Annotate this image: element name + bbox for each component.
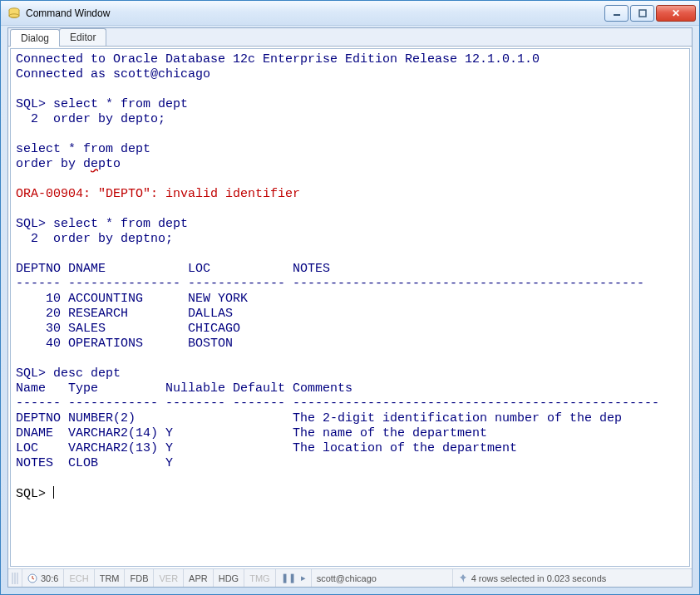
echo-1b-post: pto [98,157,121,171]
conn-line-2: Connected as scott@chicago [16,67,210,81]
sql-input-3: SQL> desc dept [16,366,121,381]
status-position: 30:6 [22,569,64,587]
pause-icon[interactable]: ❚❚ [281,573,296,583]
desc-row-1: DEPTNO NUMBER(2) The 2-digit identificat… [16,411,622,425]
svg-rect-2 [614,14,620,16]
echo-1a: select * from dept [16,142,150,156]
clock-icon [27,573,37,583]
nav-controls[interactable]: ❚❚ ▸ [276,569,312,587]
window-controls: ✕ [604,5,696,22]
sql-input-2b: 2 order by deptno; [16,232,173,246]
sql-console[interactable]: Connected to Oracle Database 12c Enterpr… [10,48,690,567]
sql-input-2a: SQL> select * from dept [16,217,188,231]
app-window: Command Window ✕ Dialog Editor Connected… [0,0,700,595]
rows-label: 4 rows selected in 0.023 seconds [471,573,607,583]
desc-row-2: DNAME VARCHAR2(14) Y The name of the dep… [16,426,487,440]
cursor-position: 30:6 [41,573,58,583]
status-bar: 30:6 ECH TRM FDB VER APR HDG TMG ❚❚ ▸ sc… [8,568,692,587]
result-row-2: 20 RESEARCH DALLAS [16,307,293,321]
ind-ech[interactable]: ECH [64,569,94,587]
desc-row-4: NOTES CLOB Y [16,456,293,470]
text-cursor [53,486,54,499]
desc-row-3: LOC VARCHAR2(13) Y The location of the d… [16,441,517,455]
app-icon [7,7,21,20]
pin-icon [458,573,468,583]
conn-line-1: Connected to Oracle Database 12c Enterpr… [16,52,540,66]
result-row-3: 30 SALES CHICAGO [16,322,293,336]
sql-prompt: SQL> [16,487,53,501]
title-bar[interactable]: Command Window ✕ [1,1,699,26]
connection-label: scott@chicago [317,573,377,583]
sql-input-1a: SQL> select * from dept [16,97,188,111]
tab-editor[interactable]: Editor [59,28,106,46]
ind-trm[interactable]: TRM [95,569,126,587]
ind-hdg[interactable]: HDG [214,569,244,587]
ind-apr[interactable]: APR [184,569,214,587]
play-icon[interactable]: ▸ [301,573,306,583]
ind-fdb[interactable]: FDB [125,569,154,587]
ind-tmg[interactable]: TMG [244,569,275,587]
desc-header: Name Type Nullable Default Comments [16,381,352,396]
sql-input-1b: 2 order by depto; [16,112,165,126]
echo-1b-pre: order by d [16,157,91,171]
client-area: Dialog Editor Connected to Oracle Databa… [7,27,693,588]
status-rows: 4 rows selected in 0.023 seconds [453,569,692,587]
close-button[interactable]: ✕ [656,5,696,22]
tab-strip: Dialog Editor [8,28,692,47]
result-row-4: 40 OPERATIONS BOSTON [16,337,293,351]
error-line: ORA-00904: "DEPTO": invalid identifier [16,187,300,201]
window-title: Command Window [26,7,604,19]
desc-rule: ------ ------------ -------- ------- ---… [16,396,659,411]
ind-ver[interactable]: VER [154,569,184,587]
status-grip [8,569,22,587]
minimize-button[interactable] [604,5,629,22]
result-row-1: 10 ACCOUNTING NEW YORK [16,292,293,306]
maximize-button[interactable] [630,5,654,22]
svg-rect-3 [639,10,646,17]
tab-dialog[interactable]: Dialog [10,29,60,47]
result-rule: ------ --------------- ------------- ---… [16,277,644,291]
result-header: DEPTNO DNAME LOC NOTES [16,262,330,276]
echo-1b-err: e [91,157,98,171]
status-connection: scott@chicago [312,569,453,587]
